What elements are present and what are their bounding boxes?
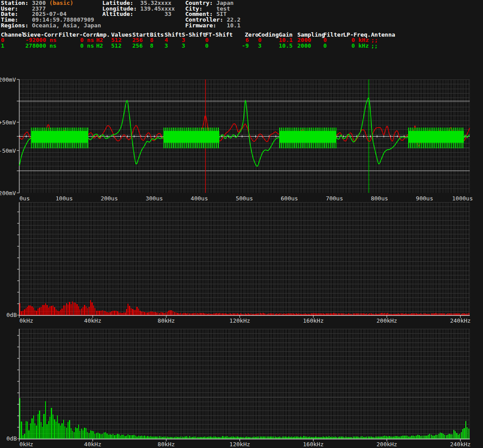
- ch1-spectrum-x-label: 240kHz: [450, 441, 471, 448]
- x-axis-tick-label: 400us: [191, 195, 208, 202]
- x-axis-tick-label: 500us: [236, 195, 253, 202]
- ch1-waveform: [219, 101, 279, 166]
- x-axis-tick-label: 300us: [146, 195, 163, 202]
- x-axis-tick-label: 900us: [416, 195, 433, 202]
- ch1-spectrum-x-label: 160kHz: [303, 441, 324, 448]
- ch1-spectrum-x-label: 120kHz: [229, 441, 250, 448]
- x-axis-tick-label: 1000us: [452, 195, 473, 202]
- ch1-spectrum-x-label: 80kHz: [157, 441, 175, 448]
- charts-overlay: +200mV+50mV-50mV-200mV0us100us200us300us…: [0, 0, 483, 448]
- ch0-spectrum-x-label: 80kHz: [157, 317, 175, 324]
- ch1-spectrum-x-label: 200kHz: [376, 441, 397, 448]
- ch0-spectrum-x-label: 120kHz: [229, 317, 250, 324]
- y-axis-tick-label: +50mV: [0, 119, 16, 126]
- y-axis-tick-label: -200mV: [0, 190, 16, 196]
- x-axis-tick-label: 700us: [326, 195, 343, 202]
- ch0-spectrum-x-label: 0kHz: [19, 317, 33, 324]
- ch0-spectrum-x-label: 240kHz: [450, 317, 471, 324]
- ch1-waveform: [88, 101, 164, 164]
- station-signal-page: Station: 3200 (basic) User: 2377 Date: 2…: [0, 0, 483, 448]
- ch0-spectrum-x-label: 160kHz: [303, 317, 324, 324]
- y-axis-tick-label: +200mV: [0, 76, 16, 83]
- x-axis-tick-label: 200us: [101, 195, 118, 202]
- ch1-spectrum-x-label: 0kHz: [19, 441, 33, 448]
- x-axis-tick-label: 100us: [56, 195, 73, 202]
- x-axis-tick-label: 800us: [371, 195, 388, 202]
- y-axis-tick-label: -50mV: [0, 147, 16, 154]
- ch1-waveform: [19, 138, 31, 166]
- ch1-spectrum-ylabel: 0dB: [7, 435, 17, 442]
- ch0-spectrum-bars: [19, 300, 469, 315]
- ch1-spectrum-bars: [19, 398, 469, 439]
- x-axis-tick-label: 600us: [281, 195, 298, 202]
- x-axis-tick-label: 0us: [19, 195, 30, 202]
- ch0-spectrum-x-label: 40kHz: [84, 317, 101, 324]
- ch0-spectrum-x-label: 200kHz: [376, 317, 397, 324]
- ch0-spectrum-ylabel: 0dB: [7, 312, 17, 318]
- ch1-spectrum-x-label: 40kHz: [84, 441, 101, 448]
